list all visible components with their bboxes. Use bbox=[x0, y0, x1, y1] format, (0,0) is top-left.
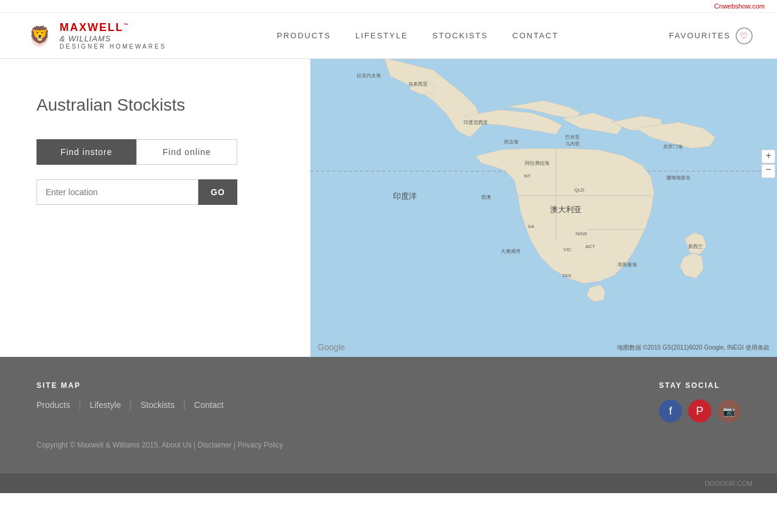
copyright-text: Copyright © Maxwell & Williams 2015. bbox=[37, 441, 160, 449]
svg-text:🦁: 🦁 bbox=[29, 25, 51, 45]
svg-text:TAS: TAS bbox=[562, 273, 571, 278]
sitemap-links: Products | Lifestyle | Stockists | Conta… bbox=[37, 399, 223, 410]
footer-bottom: Copyright © Maxwell & Williams 2015. Abo… bbox=[37, 441, 740, 449]
privacy-policy-link[interactable]: Privacy Policy bbox=[238, 441, 284, 449]
header: 🦁 MAXWELL™ & WILLIAMS DESIGNER HOMEWARES… bbox=[0, 13, 777, 59]
sitemap-heading: SITE MAP bbox=[37, 381, 223, 390]
nav-lifestyle[interactable]: LIFESTYLE bbox=[355, 31, 408, 40]
logo-sub: & WILLIAMS bbox=[60, 34, 166, 43]
map-label-lakshadweep: 拉克代夫海 bbox=[357, 73, 381, 78]
sitemap-divider-1: | bbox=[78, 399, 81, 410]
pinterest-icon[interactable]: P bbox=[688, 399, 711, 423]
svg-text:VIC: VIC bbox=[563, 247, 572, 252]
map-credit: 地图数据 ©2015 GS(2011)6020 Google, INEGI 使用… bbox=[617, 344, 770, 352]
footer-link-contact[interactable]: Contact bbox=[194, 400, 223, 410]
sitemap-divider-2: | bbox=[130, 399, 132, 410]
footer-link-lifestyle[interactable]: Lifestyle bbox=[89, 400, 120, 410]
doooor-label: DOOOOR.COM bbox=[705, 480, 753, 487]
logo-icon: 🦁 bbox=[24, 19, 55, 52]
svg-text:所罗门海: 所罗门海 bbox=[663, 144, 683, 150]
svg-text:QLD: QLD bbox=[574, 187, 585, 193]
svg-text:巴布亚: 巴布亚 bbox=[565, 134, 580, 140]
map-svg: 拉克代夫海 马来西亚 印度尼西亚 班达海 巴布亚 几内亚 所罗门海 NT 珊瑚海… bbox=[310, 59, 777, 357]
svg-text:ACT: ACT bbox=[585, 244, 595, 249]
svg-text:大澳洲湾: 大澳洲湾 bbox=[501, 249, 520, 254]
svg-text:班达海: 班达海 bbox=[504, 139, 518, 145]
about-us-link[interactable]: About Us bbox=[162, 441, 192, 449]
svg-text:NT: NT bbox=[524, 173, 531, 179]
map-area: 拉克代夫海 马来西亚 印度尼西亚 班达海 巴布亚 几内亚 所罗门海 NT 珊瑚海… bbox=[310, 59, 777, 357]
favourites-area[interactable]: FAVOURITES ♡ bbox=[669, 27, 753, 44]
svg-text:珊瑚海群岛: 珊瑚海群岛 bbox=[666, 175, 691, 181]
svg-text:阿拉弗拉海: 阿拉弗拉海 bbox=[525, 161, 549, 166]
main-content: Australian Stockists Find instore Find o… bbox=[0, 59, 777, 357]
svg-text:西澳: 西澳 bbox=[481, 195, 491, 200]
footer-link-products[interactable]: Products bbox=[37, 400, 70, 410]
logo-brand: MAXWELL™ bbox=[60, 21, 130, 33]
svg-text:SA: SA bbox=[528, 224, 534, 229]
left-panel: Australian Stockists Find instore Find o… bbox=[0, 59, 310, 357]
top-bar: Cnwebshow.com bbox=[0, 0, 777, 13]
favourites-label: FAVOURITES bbox=[669, 31, 731, 40]
svg-text:澳大利亚: 澳大利亚 bbox=[550, 205, 582, 214]
page-title: Australian Stockists bbox=[37, 95, 274, 115]
tab-buttons: Find instore Find online bbox=[37, 139, 237, 165]
nav-stockists[interactable]: STOCKISTS bbox=[433, 31, 488, 40]
footer-inner: SITE MAP Products | Lifestyle | Stockist… bbox=[37, 381, 740, 423]
svg-text:−: − bbox=[765, 164, 771, 174]
svg-text:印度洋: 印度洋 bbox=[393, 192, 417, 201]
go-button[interactable]: GO bbox=[198, 179, 237, 205]
svg-text:新西兰: 新西兰 bbox=[688, 244, 703, 249]
google-label: Google bbox=[318, 342, 345, 352]
logo-text-block: MAXWELL™ & WILLIAMS DESIGNER HOMEWARES bbox=[60, 21, 166, 50]
watermark: Cnwebshow.com bbox=[714, 2, 765, 10]
map-google-branding: Google bbox=[318, 342, 345, 352]
sitemap-divider-3: | bbox=[183, 399, 186, 410]
disclaimer-link[interactable]: Disclaimer bbox=[198, 441, 232, 449]
heart-icon: ♡ bbox=[736, 27, 753, 44]
social-heading: STAY SOCIAL bbox=[659, 381, 740, 390]
main-nav: PRODUCTS LIFESTYLE STOCKISTS CONTACT bbox=[277, 31, 559, 40]
social-section: STAY SOCIAL f P 📷 bbox=[659, 381, 740, 423]
footer: SITE MAP Products | Lifestyle | Stockist… bbox=[0, 357, 777, 474]
facebook-icon[interactable]: f bbox=[659, 399, 682, 423]
svg-text:几内亚: 几内亚 bbox=[565, 141, 580, 147]
tab-find-instore[interactable]: Find instore bbox=[37, 139, 136, 165]
svg-text:NSW: NSW bbox=[576, 231, 587, 237]
svg-text:印度尼西亚: 印度尼西亚 bbox=[464, 120, 488, 125]
logo-tagline: DESIGNER HOMEWARES bbox=[60, 43, 166, 50]
instagram-icon[interactable]: 📷 bbox=[717, 399, 740, 423]
social-icons: f P 📷 bbox=[659, 399, 740, 423]
location-input[interactable] bbox=[37, 179, 198, 205]
doooor-credit: DOOOOR.COM bbox=[0, 474, 777, 493]
svg-text:马来西亚: 马来西亚 bbox=[408, 81, 428, 87]
tab-find-online[interactable]: Find online bbox=[136, 139, 237, 165]
search-row: GO bbox=[37, 179, 237, 205]
nav-contact[interactable]: CONTACT bbox=[512, 31, 559, 40]
logo-area: 🦁 MAXWELL™ & WILLIAMS DESIGNER HOMEWARES bbox=[24, 19, 166, 52]
svg-text:+: + bbox=[765, 150, 771, 161]
sitemap-section: SITE MAP Products | Lifestyle | Stockist… bbox=[37, 381, 223, 423]
nav-products[interactable]: PRODUCTS bbox=[277, 31, 331, 40]
footer-link-stockists[interactable]: Stockists bbox=[141, 400, 175, 410]
svg-text:塔斯曼海: 塔斯曼海 bbox=[617, 262, 637, 268]
